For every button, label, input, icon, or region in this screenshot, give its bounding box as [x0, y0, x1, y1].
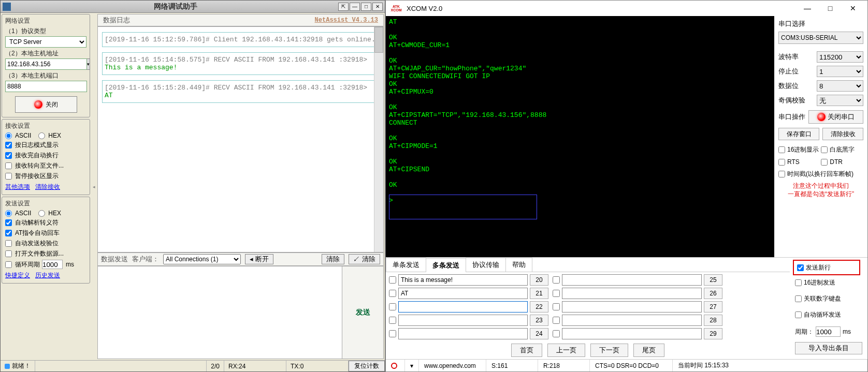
- pin-button[interactable]: ⇱: [338, 3, 349, 11]
- recv-ascii-radio[interactable]: [5, 132, 12, 139]
- row-check[interactable]: [553, 303, 560, 310]
- send-slot-button[interactable]: 28: [704, 315, 722, 326]
- row-text[interactable]: [398, 328, 528, 339]
- cycle-check[interactable]: [5, 261, 12, 268]
- autoline-check[interactable]: [5, 152, 12, 159]
- send-hex-radio[interactable]: [38, 210, 45, 217]
- close-button[interactable]: ✕: [372, 3, 383, 11]
- parity-select[interactable]: 无: [817, 95, 863, 106]
- send-ascii-radio[interactable]: [5, 210, 12, 217]
- last-page-button[interactable]: 尾页: [633, 344, 664, 357]
- reset-counter-button[interactable]: 复位计数: [349, 361, 385, 371]
- scrollbar[interactable]: [374, 27, 383, 252]
- atcr-check[interactable]: [5, 230, 12, 236]
- baud-select[interactable]: 115200: [817, 51, 863, 63]
- cycle-input[interactable]: [42, 260, 63, 269]
- record-icon-cell[interactable]: [386, 360, 405, 371]
- version-link[interactable]: NetAssist V4.3.13: [315, 17, 378, 24]
- maximize-button[interactable]: □: [819, 1, 842, 16]
- clear-recv-link[interactable]: 清除接收: [35, 183, 60, 191]
- maximize-button[interactable]: □: [361, 3, 371, 11]
- tab-proto[interactable]: 协议传输: [466, 258, 506, 272]
- url-cell[interactable]: www.openedv.com: [419, 360, 486, 371]
- tab-multi[interactable]: 多条发送: [426, 258, 466, 272]
- close-serial-button[interactable]: 关闭串口: [808, 110, 863, 124]
- dropdown-cell[interactable]: ▾: [405, 360, 419, 371]
- send-button[interactable]: 发送: [342, 266, 383, 359]
- rts-check[interactable]: [778, 159, 785, 166]
- send-slot-button[interactable]: 29: [704, 328, 722, 339]
- send-slot-button[interactable]: 24: [530, 328, 548, 339]
- import-export-button[interactable]: 导入导出条目: [795, 342, 862, 354]
- row-check[interactable]: [389, 317, 396, 324]
- port-input[interactable]: [5, 81, 87, 92]
- escape-check[interactable]: [5, 219, 12, 226]
- send-slot-button[interactable]: 27: [704, 301, 722, 313]
- databit-select[interactable]: 8: [817, 80, 863, 92]
- row-text[interactable]: [398, 301, 528, 313]
- row-text[interactable]: [562, 328, 702, 339]
- tofile-check[interactable]: [5, 162, 12, 169]
- logmode-check[interactable]: [5, 142, 12, 148]
- save-window-button[interactable]: 保存窗口: [778, 128, 819, 140]
- row-text[interactable]: [398, 288, 528, 299]
- row-check[interactable]: [389, 276, 396, 284]
- send-slot-button[interactable]: 23: [530, 315, 548, 326]
- row-text[interactable]: [562, 288, 702, 299]
- close-button[interactable]: ✕: [842, 1, 864, 16]
- cycle-input[interactable]: [816, 326, 841, 337]
- clear2-button[interactable]: ↙ 清除: [349, 254, 380, 264]
- row-text[interactable]: [398, 315, 528, 326]
- disconnect-button[interactable]: ◂ 断开: [245, 254, 273, 264]
- connections-select[interactable]: All Connections (1): [163, 254, 241, 264]
- row-text[interactable]: [562, 301, 702, 313]
- send-textarea[interactable]: [98, 266, 342, 359]
- row-check[interactable]: [553, 330, 560, 337]
- hex-display-check[interactable]: [778, 146, 785, 153]
- timestamp-check[interactable]: [778, 171, 785, 177]
- dtr-check[interactable]: [821, 159, 828, 166]
- send-slot-button[interactable]: 25: [704, 274, 722, 286]
- row-text[interactable]: [562, 315, 702, 326]
- whitebg-check[interactable]: [821, 146, 828, 153]
- tab-single[interactable]: 单条发送: [386, 258, 426, 272]
- minimize-button[interactable]: —: [350, 3, 360, 11]
- next-page-button[interactable]: 下一页: [590, 344, 628, 357]
- first-page-button[interactable]: 首页: [511, 344, 542, 357]
- send-tab-data[interactable]: 数据发送: [101, 255, 128, 264]
- send-slot-button[interactable]: 26: [704, 288, 722, 299]
- autocycle-check[interactable]: [795, 311, 802, 318]
- send-slot-button[interactable]: 22: [530, 301, 548, 313]
- host-input[interactable]: [5, 58, 87, 70]
- close-connection-button[interactable]: 关闭: [15, 96, 77, 113]
- pause-check[interactable]: [5, 173, 12, 180]
- row-check[interactable]: [389, 290, 396, 297]
- com-port-select[interactable]: COM3:USB-SERIAL: [778, 32, 863, 44]
- protocol-select[interactable]: TCP Server: [5, 36, 86, 48]
- history-link[interactable]: 历史发送: [35, 271, 60, 280]
- tab-help[interactable]: 帮助: [505, 258, 532, 272]
- hex-send-check[interactable]: [795, 279, 802, 286]
- row-check[interactable]: [553, 317, 560, 324]
- newline-check[interactable]: [797, 264, 804, 271]
- splitter[interactable]: ◂: [91, 13, 96, 360]
- stopbit-select[interactable]: 1: [817, 66, 863, 77]
- row-check[interactable]: [553, 290, 560, 297]
- checksum-check[interactable]: [5, 240, 12, 247]
- minimize-button[interactable]: —: [796, 1, 819, 16]
- clear-recv-button[interactable]: 清除接收: [822, 128, 863, 140]
- prev-page-button[interactable]: 上一页: [547, 344, 585, 357]
- row-check[interactable]: [389, 330, 396, 337]
- row-text[interactable]: [562, 274, 702, 286]
- send-slot-button[interactable]: 20: [530, 274, 548, 286]
- scrollbar-thumb[interactable]: [374, 27, 383, 53]
- row-text[interactable]: [398, 274, 528, 286]
- terminal-output[interactable]: AT OK AT+CWMODE_CUR=1 OK AT+CWJAP_CUR="h…: [386, 16, 774, 257]
- recv-hex-radio[interactable]: [38, 132, 45, 139]
- row-check[interactable]: [553, 276, 560, 284]
- row-check[interactable]: [389, 303, 396, 310]
- clear-button[interactable]: 清除: [322, 254, 344, 264]
- shortcut-link[interactable]: 快捷定义: [5, 271, 30, 280]
- other-options-link[interactable]: 其他选项: [5, 183, 30, 191]
- send-slot-button[interactable]: 21: [530, 288, 548, 299]
